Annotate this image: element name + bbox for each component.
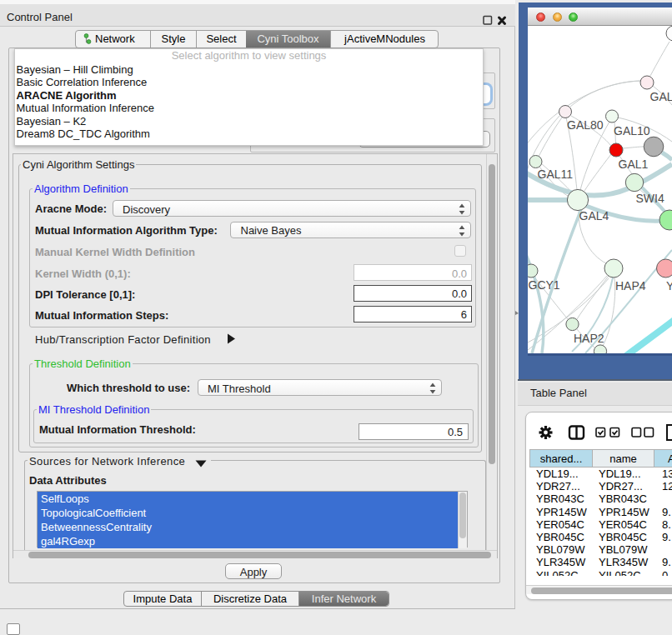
svg-text:SWI4: SWI4 <box>636 192 664 205</box>
svg-text:GAL10: GAL10 <box>614 124 650 138</box>
svg-text:HAP4: HAP4 <box>615 279 646 292</box>
svg-text:Y: Y <box>666 279 672 292</box>
svg-text:GAL80: GAL80 <box>567 118 604 132</box>
svg-text:GAL1: GAL1 <box>619 158 649 171</box>
svg-text:GAL2: GAL2 <box>650 90 672 103</box>
svg-text:GAL4: GAL4 <box>579 209 609 222</box>
svg-text:HAP2: HAP2 <box>574 332 604 345</box>
svg-text:GAL11: GAL11 <box>538 168 574 181</box>
svg-text:GCY1: GCY1 <box>529 278 560 292</box>
